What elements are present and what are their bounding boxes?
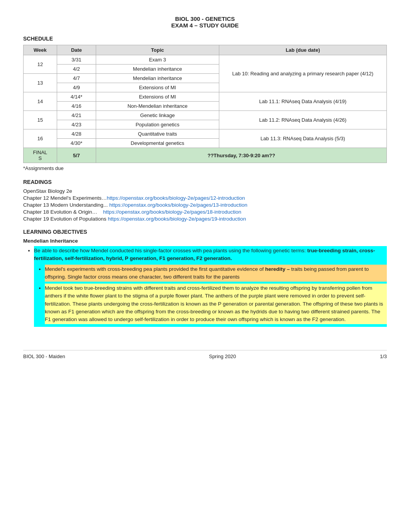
week-cell: 13: [24, 74, 57, 92]
highlight-breeding: breeding pea plants: [122, 266, 168, 272]
footer-center: Spring 2020: [209, 354, 236, 359]
objectives-list: Be able to describe how Mendel conducted…: [23, 246, 387, 327]
week-cell: 16: [24, 129, 57, 148]
topic-cell: Mendelian inheritance: [96, 65, 219, 74]
assignments-note: *Assignments due: [23, 165, 387, 171]
schedule-title: SCHEDULE: [23, 36, 387, 42]
readings-title: READINGS: [23, 179, 387, 185]
table-row: 12 3/31 Exam 3 Lab 10: Reading and analy…: [24, 55, 387, 65]
sub-objectives-list: Mendel's experiments with cross-breeding…: [34, 265, 387, 325]
topic-cell: Extensions of MI: [96, 83, 219, 92]
objectives-section: LEARNING OBJECTIVES Mendelian Inheritanc…: [23, 229, 387, 327]
readings-source: OpenStax Biology 2e: [23, 188, 387, 194]
topic-cell: Developmental genetics: [96, 139, 219, 148]
week-cell: 14: [24, 92, 57, 111]
col-header-week: Week: [24, 45, 57, 55]
table-row: 15 4/21 Genetic linkage Lab 11.2: RNAseq…: [24, 111, 387, 120]
ch18-text: Chapter 18 Evolution & Origin…: [23, 209, 103, 215]
topic-cell: Quantitative traits: [96, 129, 219, 139]
ch13-text: Chapter 13 Modern Understanding...: [23, 202, 109, 208]
date-cell: 4/16: [57, 102, 96, 111]
table-row: 14 4/14* Extensions of MI Lab 11.1: RNAs…: [24, 92, 387, 102]
topic-cell: Extensions of MI: [96, 92, 219, 102]
sub-objective-2: Mendel took two true-breeding strains wi…: [45, 284, 387, 324]
col-header-topic: Topic: [96, 45, 219, 55]
footer-right: 1/3: [380, 354, 387, 359]
ch12-text: Chapter 12 Mendel's Experiments…: [23, 195, 107, 201]
topic-cell: Non-Mendelian inheritance: [96, 102, 219, 111]
bold-heredity: heredity –: [265, 266, 290, 272]
date-cell: 4/28: [57, 129, 96, 139]
date-cell: 4/14*: [57, 92, 96, 102]
bold-terms: true-breeding strain, cross-fertilizatio…: [34, 248, 375, 261]
lab-cell: Lab 11.2: RNAseq Data Analysis (4/26): [219, 111, 386, 129]
title-line2: EXAM 4 – STUDY GUIDE: [23, 22, 387, 29]
lab-cell: Lab 10: Reading and analyzing a primary …: [219, 55, 386, 92]
objectives-title: LEARNING OBJECTIVES: [23, 229, 387, 235]
page-header: BIOL 300 - GENETICS EXAM 4 – STUDY GUIDE: [23, 15, 387, 29]
mendelian-title: Mendelian Inheritance: [23, 238, 387, 244]
topic-cell: Exam 3: [96, 55, 219, 65]
readings-ch13: Chapter 13 Modern Understanding... https…: [23, 202, 387, 208]
objective-item-1: Be able to describe how Mendel conducted…: [34, 246, 387, 327]
sub-objective-1: Mendel's experiments with cross-breeding…: [45, 265, 387, 282]
schedule-section: SCHEDULE Week Date Topic Lab (due date) …: [23, 36, 387, 171]
col-header-date: Date: [57, 45, 96, 55]
ch18-link[interactable]: https://openstax.org/books/biology-2e/pa…: [103, 209, 241, 215]
date-cell: 4/7: [57, 74, 96, 83]
ch19-link[interactable]: https://openstax.org/books/biology-2e/pa…: [108, 216, 246, 222]
date-cell: 4/30*: [57, 139, 96, 148]
final-week-cell: FINALS: [24, 148, 57, 163]
ch12-link[interactable]: https://openstax.org/books/biology-2e/pa…: [107, 195, 245, 201]
readings-ch19: Chapter 19 Evolution of Populations http…: [23, 216, 387, 222]
week-cell: 12: [24, 55, 57, 74]
topic-cell: Population genetics: [96, 120, 219, 129]
ch13-link[interactable]: https://openstax.org/books/biology-2e/pa…: [109, 202, 247, 208]
date-cell: 4/9: [57, 83, 96, 92]
lab-cell: Lab 11.1: RNAseq Data Analysis (4/19): [219, 92, 386, 111]
table-row: 16 4/28 Quantitative traits Lab 11.3: RN…: [24, 129, 387, 139]
ch19-text: Chapter 19 Evolution of Populations: [23, 216, 108, 222]
col-header-lab: Lab (due date): [219, 45, 386, 55]
week-cell: 15: [24, 111, 57, 129]
sub-obj-yellow: Mendel took two true-breeding strains wi…: [45, 284, 387, 324]
readings-section: READINGS OpenStax Biology 2e Chapter 12 …: [23, 179, 387, 222]
readings-ch18: Chapter 18 Evolution & Origin… https://o…: [23, 209, 387, 215]
date-cell: 3/31: [57, 55, 96, 65]
footer-left: BIOL 300 - Maiden: [23, 354, 65, 359]
final-date-cell: 5/7: [57, 148, 96, 163]
topic-cell: Mendelian inheritance: [96, 74, 219, 83]
lab-cell: Lab 11.3: RNAseq Data Analysis (5/3): [219, 129, 386, 148]
sub-obj-orange: Mendel's experiments with cross-breeding…: [45, 265, 387, 282]
table-row-final: FINALS 5/7 ??Thursday, 7:30-9:20 am??: [24, 148, 387, 163]
schedule-table: Week Date Topic Lab (due date) 12 3/31 E…: [23, 45, 387, 163]
page-footer: BIOL 300 - Maiden Spring 2020 1/3: [23, 350, 387, 359]
date-cell: 4/23: [57, 120, 96, 129]
date-cell: 4/2: [57, 65, 96, 74]
date-cell: 4/21: [57, 111, 96, 120]
table-header-row: Week Date Topic Lab (due date): [24, 45, 387, 55]
topic-cell: Genetic linkage: [96, 111, 219, 120]
highlight-single-factor: Single factor cross means one character,…: [68, 274, 239, 280]
final-topic-cell: ??Thursday, 7:30-9:20 am??: [96, 148, 387, 163]
readings-ch12: Chapter 12 Mendel's Experiments…https://…: [23, 195, 387, 201]
title-line1: BIOL 300 - GENETICS: [23, 15, 387, 22]
